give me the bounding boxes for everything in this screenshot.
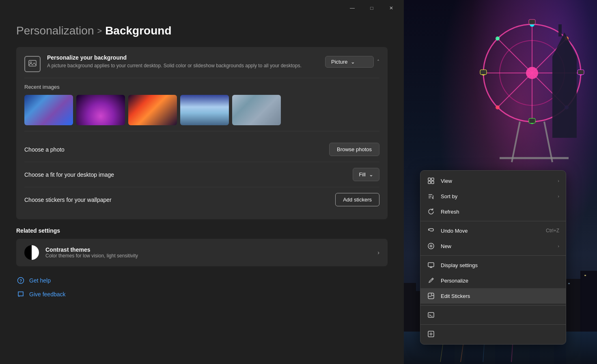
ferris-wheel-illustration: [410, 0, 597, 170]
breadcrumb-separator: >: [97, 26, 102, 36]
svg-rect-70: [428, 263, 434, 267]
svg-rect-28: [558, 24, 562, 36]
background-type-dropdown[interactable]: Picture ⌄: [325, 56, 374, 68]
personalize-icon: [427, 276, 435, 285]
view-label: View: [441, 178, 550, 184]
sort-arrow: ›: [558, 194, 559, 199]
fit-label: Fill: [359, 171, 366, 178]
svg-rect-60: [428, 178, 431, 180]
thumbnail-2[interactable]: [76, 95, 125, 125]
svg-text:?: ?: [19, 279, 22, 283]
menu-item-terminal[interactable]: [420, 307, 566, 323]
thumbnail-3[interactable]: [128, 95, 177, 125]
svg-rect-0: [29, 60, 36, 66]
view-icon: [427, 177, 435, 185]
get-help-icon: ?: [16, 276, 25, 285]
minimize-button[interactable]: —: [343, 2, 362, 15]
divider-1: [24, 78, 379, 78]
maximize-button[interactable]: □: [362, 2, 381, 15]
menu-item-new[interactable]: New ›: [420, 238, 566, 254]
menu-item-undo[interactable]: Undo Move Ctrl+Z: [420, 223, 566, 238]
breadcrumb-parent[interactable]: Personalization: [16, 24, 94, 37]
terminal-icon: [427, 311, 435, 319]
get-help-label: Get help: [29, 277, 51, 284]
recent-images-grid: [24, 95, 379, 125]
contrast-icon: [24, 245, 39, 260]
svg-rect-21: [529, 118, 535, 123]
collapse-chevron[interactable]: ˄: [377, 59, 379, 65]
choose-photo-label: Choose a photo: [24, 146, 65, 153]
get-help-link[interactable]: ? Get help: [16, 276, 388, 285]
close-button[interactable]: ✕: [382, 2, 401, 15]
undo-label: Undo Move: [441, 228, 540, 234]
svg-rect-61: [431, 178, 434, 180]
new-icon: [427, 242, 435, 250]
add-stickers-button[interactable]: Add stickers: [335, 193, 379, 206]
svg-line-23: [512, 122, 520, 162]
contrast-title: Contrast themes: [45, 246, 371, 253]
thumbnail-1[interactable]: [24, 95, 73, 125]
svg-rect-54: [584, 275, 586, 276]
menu-divider-1: [420, 221, 566, 221]
sort-label: Sort by: [441, 193, 550, 199]
menu-item-display[interactable]: Display settings: [420, 257, 566, 273]
dropdown-label: Picture: [331, 59, 347, 65]
svg-line-24: [544, 122, 552, 162]
menu-divider-4: [420, 324, 566, 325]
settings-window: — □ ✕ Personalization > Background: [0, 0, 404, 364]
stickers-icon: [427, 292, 435, 300]
content-area: Personalization > Background Personalize…: [0, 16, 404, 364]
more-options-icon: [427, 330, 435, 338]
desktop-panel: View › Sort by ›: [404, 0, 597, 364]
svg-rect-22: [480, 70, 487, 75]
context-menu: View › Sort by ›: [420, 170, 566, 345]
new-label: New: [441, 243, 550, 249]
browse-photos-button[interactable]: Browse photos: [329, 143, 379, 156]
menu-divider-3: [420, 305, 566, 306]
undo-icon: [427, 227, 435, 235]
display-icon: [427, 261, 435, 269]
contrast-subtitle: Color themes for low vision, light sensi…: [45, 253, 371, 259]
svg-line-73: [432, 279, 433, 280]
dropdown-chevron: ⌄: [351, 59, 355, 65]
personalize-card: Personalize your background A picture ba…: [16, 47, 388, 219]
choose-photo-row: Choose a photo Browse photos: [24, 137, 379, 162]
svg-point-17: [496, 36, 500, 41]
breadcrumb-current: Background: [105, 24, 171, 37]
svg-rect-63: [431, 181, 434, 184]
menu-item-sort[interactable]: Sort by ›: [420, 188, 566, 204]
stickers-label: Choose stickers for your wallpaper: [24, 197, 112, 203]
svg-rect-26: [552, 57, 577, 138]
svg-rect-62: [428, 181, 431, 184]
footer-links: ? Get help Give feedback: [16, 276, 388, 299]
contrast-chevron: ›: [377, 249, 379, 256]
menu-item-edit-stickers[interactable]: Edit Stickers: [420, 288, 566, 304]
choose-fit-label: Choose a fit for your desktop image: [24, 171, 114, 178]
display-label: Display settings: [441, 262, 559, 268]
divider-2: [24, 131, 379, 131]
contrast-themes-card[interactable]: Contrast themes Color themes for low vis…: [16, 239, 388, 266]
menu-item-more-options[interactable]: [420, 326, 566, 342]
menu-item-refresh[interactable]: Refresh: [420, 204, 566, 219]
give-feedback-link[interactable]: Give feedback: [16, 290, 388, 299]
undo-shortcut: Ctrl+Z: [546, 228, 559, 233]
refresh-label: Refresh: [441, 209, 559, 215]
personalize-label: Personalize: [441, 278, 559, 284]
svg-marker-27: [552, 32, 577, 57]
feedback-label: Give feedback: [29, 291, 66, 298]
svg-rect-20: [578, 70, 584, 75]
recent-images-label: Recent images: [24, 84, 379, 90]
thumbnail-4[interactable]: [180, 95, 229, 125]
svg-point-18: [496, 105, 500, 109]
menu-item-view[interactable]: View ›: [420, 173, 566, 188]
stickers-row: Choose stickers for your wallpaper Add s…: [24, 187, 379, 212]
refresh-icon: [427, 208, 435, 216]
menu-item-personalize[interactable]: Personalize: [420, 273, 566, 288]
svg-rect-76: [428, 313, 434, 317]
thumbnail-5[interactable]: [232, 95, 281, 125]
sort-icon: [427, 192, 435, 200]
title-bar: — □ ✕: [0, 0, 404, 16]
fit-dropdown[interactable]: Fill ⌄: [353, 168, 379, 181]
background-icon: [24, 56, 41, 72]
personalize-bg-subtitle: A picture background applies to your cur…: [47, 62, 319, 69]
